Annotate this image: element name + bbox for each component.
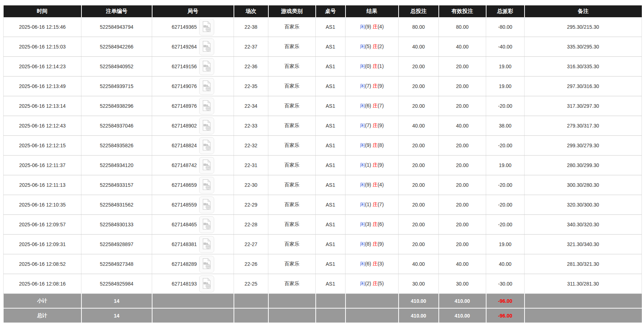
cell-table-no: AS1 xyxy=(316,254,345,274)
column-header-table_no: 桌号 xyxy=(316,5,345,17)
result-player-label: 闲 xyxy=(360,103,365,108)
result-player-label: 闲 xyxy=(360,182,365,188)
video-replay-button[interactable] xyxy=(199,78,214,95)
result-banker-score: (4) xyxy=(377,182,384,188)
table-row: 2025-06-16 12:15:46522584943794627149365… xyxy=(4,17,642,37)
cell-time: 2025-06-16 12:13:49 xyxy=(4,77,81,96)
cell-total-payout: 19.00 xyxy=(486,156,525,175)
cell-table-no: AS1 xyxy=(316,96,345,116)
subtotal-row: 小计14410.00410.00-96.00 xyxy=(4,294,642,309)
round-cell: 627149365 xyxy=(171,19,214,36)
video-replay-button[interactable] xyxy=(199,276,214,292)
video-file-icon xyxy=(202,139,211,152)
cell-result: 闲(6) 庄(3) xyxy=(345,254,399,274)
result-banker-score: (2) xyxy=(377,43,384,49)
cell-session: 22-33 xyxy=(234,116,268,136)
footer-total-payout: -96.00 xyxy=(486,308,525,323)
result-banker-label: 庄 xyxy=(372,83,377,89)
video-file-icon xyxy=(202,258,211,270)
cell-remark: 280.30/299.30 xyxy=(525,156,642,175)
video-replay-button[interactable] xyxy=(199,19,214,36)
round-cell: 627148976 xyxy=(171,98,214,115)
cell-round-id: 627148742 xyxy=(152,156,234,175)
table-row: 2025-06-16 12:08:52522584927348627148289… xyxy=(4,254,642,274)
cell-valid-bet: 20.00 xyxy=(439,215,486,235)
cell-valid-bet: 20.00 xyxy=(439,136,486,156)
cell-time: 2025-06-16 12:08:16 xyxy=(4,274,81,294)
video-replay-button[interactable] xyxy=(199,38,214,55)
video-replay-button[interactable] xyxy=(199,256,214,273)
video-replay-button[interactable] xyxy=(199,177,214,194)
table-row: 2025-06-16 12:08:16522584925984627148193… xyxy=(4,274,642,294)
cell-session: 22-27 xyxy=(234,235,268,254)
video-replay-button[interactable] xyxy=(199,157,214,174)
cell-game-type: 百家乐 xyxy=(268,116,316,136)
cell-table-no: AS1 xyxy=(316,37,345,57)
footer-empty-round xyxy=(152,294,234,309)
result-player-score: (5) xyxy=(365,43,371,49)
cell-result: 闲(0) 庄(1) xyxy=(345,57,399,77)
cell-total-payout: 19.00 xyxy=(486,235,525,254)
column-header-valid_bet: 有效投注 xyxy=(439,5,486,17)
footer-label: 总计 xyxy=(4,308,81,323)
cell-total-payout: 38.00 xyxy=(486,116,525,136)
result-player-label: 闲 xyxy=(360,221,365,227)
video-replay-button[interactable] xyxy=(199,98,214,115)
column-header-total_bet: 总投注 xyxy=(399,5,439,17)
table-row: 2025-06-16 12:09:57522584930133627148465… xyxy=(4,215,642,235)
cell-result: 闲(9) 庄(4) xyxy=(345,175,399,195)
table-row: 2025-06-16 12:15:03522584942266627149264… xyxy=(4,37,642,57)
video-replay-button[interactable] xyxy=(199,58,214,75)
result-player-label: 闲 xyxy=(360,43,365,49)
video-replay-button[interactable] xyxy=(199,117,214,134)
cell-result: 闲(7) 庄(9) xyxy=(345,77,399,96)
cell-round-id: 627148824 xyxy=(152,136,234,156)
result-banker-label: 庄 xyxy=(372,261,377,267)
cell-result: 闲(5) 庄(2) xyxy=(345,37,399,57)
cell-total-payout: -80.00 xyxy=(486,17,525,37)
cell-result: 闲(1) 庄(9) xyxy=(345,156,399,175)
result-player-label: 闲 xyxy=(360,281,365,286)
footer-empty-table xyxy=(316,308,345,323)
cell-bet-id: 522584934120 xyxy=(81,156,152,175)
result-banker-score: (9) xyxy=(377,162,384,168)
video-replay-button[interactable] xyxy=(199,216,214,233)
cell-total-bet: 20.00 xyxy=(399,136,439,156)
video-replay-button[interactable] xyxy=(199,137,214,154)
cell-valid-bet: 80.00 xyxy=(439,17,486,37)
cell-total-bet: 40.00 xyxy=(399,37,439,57)
video-file-icon xyxy=(202,218,211,231)
cell-result: 闲(9) 庄(8) xyxy=(345,136,399,156)
cell-total-bet: 20.00 xyxy=(399,195,439,215)
video-file-icon xyxy=(202,199,211,211)
video-replay-button[interactable] xyxy=(199,236,214,253)
cell-round-id: 627148289 xyxy=(152,254,234,274)
footer-total-bet: 410.00 xyxy=(399,308,439,323)
result-banker-label: 庄 xyxy=(372,221,377,227)
cell-total-bet: 40.00 xyxy=(399,116,439,136)
table-row: 2025-06-16 12:12:15522584935826627148824… xyxy=(4,136,642,156)
result-banker-score: (7) xyxy=(377,202,384,207)
cell-total-payout: -20.00 xyxy=(486,215,525,235)
round-number: 627149156 xyxy=(171,64,197,69)
bet-records-page: 时间注单编号局号场次游戏类别桌号结果总投注有效投注总派彩备注 2025-06-1… xyxy=(0,0,644,324)
cell-result: 闲(8) 庄(9) xyxy=(345,235,399,254)
cell-remark: 320.30/300.30 xyxy=(525,195,642,215)
footer-empty-table xyxy=(316,294,345,309)
cell-game-type: 百家乐 xyxy=(268,215,316,235)
cell-bet-id: 522584925984 xyxy=(81,274,152,294)
result-player-label: 闲 xyxy=(360,63,365,69)
result-banker-score: (9) xyxy=(377,241,384,247)
result-banker-label: 庄 xyxy=(372,122,377,128)
cell-total-bet: 40.00 xyxy=(399,254,439,274)
cell-round-id: 627148659 xyxy=(152,175,234,195)
cell-round-id: 627149076 xyxy=(152,77,234,96)
video-replay-button[interactable] xyxy=(199,196,214,213)
cell-game-type: 百家乐 xyxy=(268,254,316,274)
round-number: 627148193 xyxy=(171,281,197,287)
video-file-icon xyxy=(202,41,211,53)
result-player-score: (6) xyxy=(365,261,371,267)
round-cell: 627148824 xyxy=(171,137,214,154)
cell-time: 2025-06-16 12:10:35 xyxy=(4,195,81,215)
cell-round-id: 627148465 xyxy=(152,215,234,235)
